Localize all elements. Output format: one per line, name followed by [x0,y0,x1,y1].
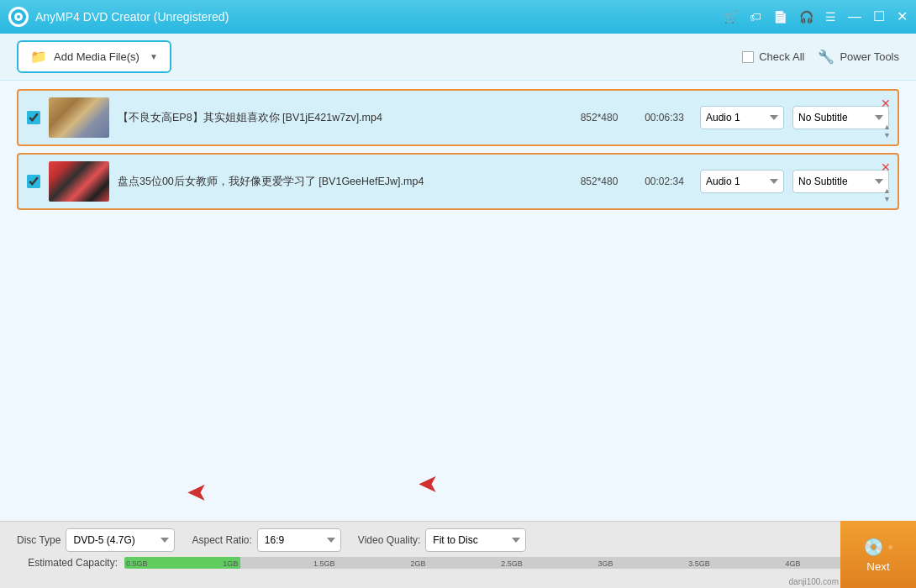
content-area: 【不良女高EP8】其实姐姐喜欢你 [BV1jE421w7zv].mp4 852*… [0,81,916,521]
media-arrows-1: ▲ ▼ [883,123,891,139]
media-subtitle-select-2[interactable]: No Subtitle [792,170,889,193]
media-filename-2: 盘点35位00后女教师，我好像更爱学习了 [BV1GeeHefEJw].mp4 [118,175,561,189]
disc-type-label: Disc Type [17,534,61,546]
add-media-button[interactable]: 📁 Add Media File(s) ▼ [17,40,171,73]
media-audio-select-2[interactable]: Audio 1 [700,170,784,193]
media-resolution-2: 852*480 [570,176,629,187]
check-all-area: Check All [742,50,804,63]
media-close-button-2[interactable]: ✕ [881,161,891,173]
media-row: 【不良女高EP8】其实姐姐喜欢你 [BV1jE421w7zv].mp4 852*… [17,89,899,146]
media-resolution-1: 852*480 [570,112,629,123]
media-down-arrow-2[interactable]: ▼ [883,196,891,203]
next-button-label: Next [866,560,889,573]
media-down-arrow-1[interactable]: ▼ [883,132,891,139]
app-title: AnyMP4 DVD Creator (Unregistered) [35,10,229,24]
aspect-ratio-label: Aspect Ratio: [192,534,251,546]
cart-icon[interactable]: 🛒 [724,10,738,24]
capacity-tick-labels: 0.5GB 1GB 1.5GB 2GB 2.5GB 3GB 3.5GB 4GB … [124,557,899,569]
minimize-button[interactable]: — [848,10,861,24]
title-bar-left: AnyMP4 DVD Creator (Unregistered) [8,7,229,27]
maximize-button[interactable]: ☐ [873,10,885,24]
video-quality-group: Video Quality: Fit to Disc High Quality … [358,528,527,552]
toolbar-left: 📁 Add Media File(s) ▼ [17,40,171,73]
media-filename-1: 【不良女高EP8】其实姐姐喜欢你 [BV1jE421w7zv].mp4 [118,111,561,125]
check-all-label: Check All [759,50,804,63]
add-media-label: Add Media File(s) [54,50,140,63]
aspect-ratio-select[interactable]: 16:9 4:3 [257,528,341,552]
dropdown-arrow-icon: ▼ [150,52,158,61]
tag-icon[interactable]: 🏷 [750,10,761,24]
estimated-capacity-label: Estimated Capacity: [17,557,118,569]
title-bar: AnyMP4 DVD Creator (Unregistered) 🛒 🏷 📄 … [0,0,916,34]
thumb-image-2 [49,161,109,202]
close-button[interactable]: ✕ [897,10,908,24]
disc-type-group: Disc Type DVD-5 (4.7G) DVD-9 (8.5G) Blu-… [17,528,175,552]
headset-icon[interactable]: 🎧 [799,10,813,24]
media-arrows-2: ▲ ▼ [883,187,891,203]
watermark: danji100.com [789,577,839,586]
media-duration-1: 00:06:33 [637,112,692,123]
thumb-image-1 [49,97,109,138]
small-dvd-icon: ● [887,541,893,553]
toolbar: 📁 Add Media File(s) ▼ Check All 🔧 Power … [0,34,916,81]
media-checkbox-2[interactable] [27,175,40,188]
media-subtitle-select-1[interactable]: No Subtitle [792,106,889,129]
media-checkbox-1[interactable] [27,111,40,124]
power-tools-label: Power Tools [840,50,899,63]
document-icon[interactable]: 📄 [773,10,787,24]
next-button[interactable]: 💿 ● Next [840,521,916,588]
dvd-icon: 💿 [863,537,884,557]
media-audio-select-1[interactable]: Audio 1 [700,106,784,129]
menu-icon[interactable]: ☰ [825,10,836,24]
title-bar-controls: 🛒 🏷 📄 🎧 ☰ — ☐ ✕ [724,10,908,24]
bottom-controls: Disc Type DVD-5 (4.7G) DVD-9 (8.5G) Blu-… [17,528,899,552]
capacity-bar: 0.5GB 1GB 1.5GB 2GB 2.5GB 3GB 3.5GB 4GB … [124,557,899,569]
toolbar-right: Check All 🔧 Power Tools [742,49,899,65]
aspect-ratio-group: Aspect Ratio: 16:9 4:3 [192,528,340,552]
media-row-2: 盘点35位00后女教师，我好像更爱学习了 [BV1GeeHefEJw].mp4 … [17,153,899,210]
video-quality-select[interactable]: Fit to Disc High Quality Medium Quality … [425,528,526,552]
wrench-icon: 🔧 [818,49,834,65]
media-duration-2: 00:02:34 [637,176,692,187]
power-tools-button[interactable]: 🔧 Power Tools [818,49,899,65]
media-close-button-1[interactable]: ✕ [881,97,891,109]
check-all-checkbox[interactable] [742,51,754,63]
capacity-row: Estimated Capacity: 0.5GB 1GB 1.5GB 2GB … [17,557,899,569]
add-file-icon: 📁 [30,49,47,65]
svg-point-2 [17,15,20,18]
disc-type-select[interactable]: DVD-5 (4.7G) DVD-9 (8.5G) Blu-ray 25G Bl… [66,528,175,552]
media-up-arrow-2[interactable]: ▲ [883,187,891,195]
app-logo [8,7,29,27]
video-quality-label: Video Quality: [358,534,421,546]
bottom-bar: Disc Type DVD-5 (4.7G) DVD-9 (8.5G) Blu-… [0,521,916,588]
media-up-arrow-1[interactable]: ▲ [883,123,891,131]
media-thumbnail-1 [49,97,109,138]
media-thumbnail-2 [49,161,109,202]
